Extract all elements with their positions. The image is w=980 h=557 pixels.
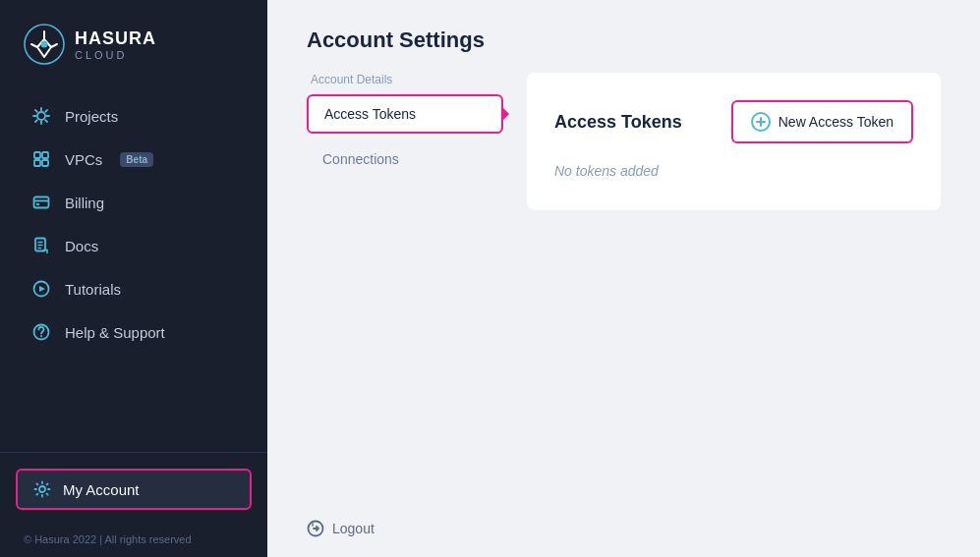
page-title: Account Settings [307, 28, 941, 53]
svg-rect-12 [42, 152, 48, 158]
svg-point-25 [39, 486, 45, 492]
svg-rect-11 [34, 152, 40, 158]
projects-label: Projects [65, 108, 118, 125]
access-tokens-nav-label: Access Tokens [324, 106, 416, 122]
logo-hasura: HASURA [75, 28, 156, 49]
account-details-section: Account Details Access Tokens [307, 73, 503, 134]
tokens-title: Access Tokens [554, 112, 682, 133]
svg-rect-15 [34, 197, 49, 208]
billing-icon [31, 193, 51, 212]
vpcs-label: VPCs [65, 151, 102, 168]
docs-icon [31, 236, 51, 255]
beta-badge: Beta [120, 152, 153, 167]
logout-button[interactable]: Logout [307, 520, 375, 537]
tutorials-icon [31, 279, 51, 299]
logo-cloud: CLOUD [75, 49, 156, 61]
svg-rect-17 [36, 203, 39, 205]
docs-label: Docs [65, 238, 98, 254]
page-footer: Logout [267, 504, 980, 557]
svg-point-24 [40, 335, 42, 337]
sidebar-footer: © Hasura 2022 | All rights reserved [0, 526, 267, 557]
page-header: Account Settings [267, 0, 980, 73]
right-content: Access Tokens New Access Token No tokens… [527, 73, 941, 504]
help-support-label: Help & Support [65, 324, 165, 341]
tokens-card: Access Tokens New Access Token No tokens… [527, 73, 941, 210]
no-tokens-message: No tokens added [554, 163, 913, 179]
connections-label: Connections [322, 151, 399, 167]
new-access-token-button[interactable]: New Access Token [731, 100, 913, 143]
svg-line-9 [45, 110, 47, 112]
hasura-logo-icon [24, 24, 65, 65]
sidebar-item-help-support[interactable]: Help & Support [16, 312, 252, 352]
nav-items: Projects VPCs Beta [0, 96, 267, 452]
access-tokens-nav-item[interactable]: Access Tokens [307, 94, 503, 134]
content-area: Account Details Access Tokens Connection… [267, 73, 980, 504]
connections-nav-item[interactable]: Connections [307, 141, 503, 177]
svg-line-7 [35, 110, 37, 112]
plus-circle-icon [751, 112, 771, 132]
sidebar-item-projects[interactable]: Projects [16, 96, 252, 136]
grid-icon [31, 149, 51, 169]
help-icon [31, 322, 51, 342]
svg-rect-14 [42, 160, 48, 166]
billing-label: Billing [65, 195, 104, 211]
svg-point-1 [41, 41, 48, 48]
tokens-card-header: Access Tokens New Access Token [554, 100, 913, 143]
my-account-label: My Account [63, 481, 140, 498]
gear-icon [33, 480, 51, 498]
svg-point-2 [37, 112, 45, 120]
logout-label: Logout [332, 521, 375, 536]
new-token-label: New Access Token [778, 114, 894, 130]
sidebar-item-billing[interactable]: Billing [16, 183, 252, 222]
sidebar-item-tutorials[interactable]: Tutorials [16, 269, 252, 308]
copyright-text: © Hasura 2022 | All rights reserved [24, 533, 192, 545]
sidebar: HASURA CLOUD Projects [0, 0, 267, 557]
section-label: Account Details [307, 73, 503, 86]
logo-text: HASURA CLOUD [75, 28, 156, 61]
sidebar-item-docs[interactable]: Docs [16, 226, 252, 265]
sidebar-item-vpcs[interactable]: VPCs Beta [16, 139, 252, 179]
my-account-button[interactable]: My Account [16, 469, 252, 510]
sidebar-bottom: My Account [0, 452, 267, 526]
logout-icon [307, 520, 324, 537]
svg-line-10 [35, 120, 37, 122]
svg-line-8 [45, 120, 47, 122]
left-nav: Account Details Access Tokens Connection… [307, 73, 503, 504]
svg-rect-13 [34, 160, 40, 166]
main-content: Account Settings Account Details Access … [267, 0, 980, 557]
tutorials-label: Tutorials [65, 281, 121, 298]
logo-area: HASURA CLOUD [0, 0, 267, 96]
sun-icon [31, 106, 51, 126]
